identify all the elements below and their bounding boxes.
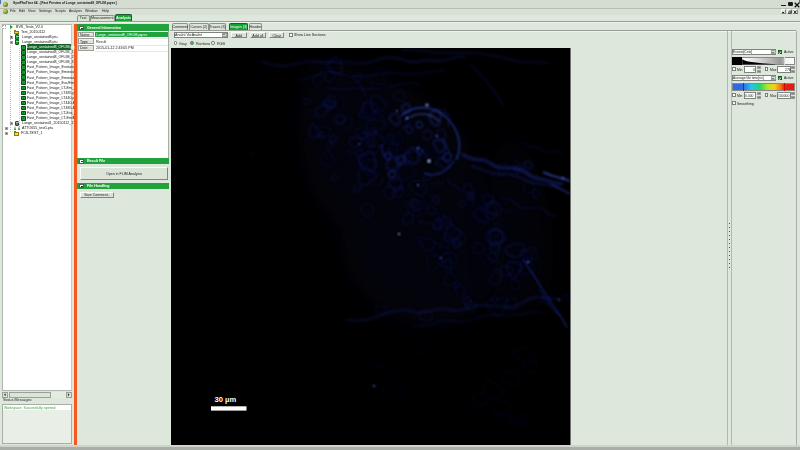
svg-text:30 µm: 30 µm bbox=[215, 395, 237, 404]
